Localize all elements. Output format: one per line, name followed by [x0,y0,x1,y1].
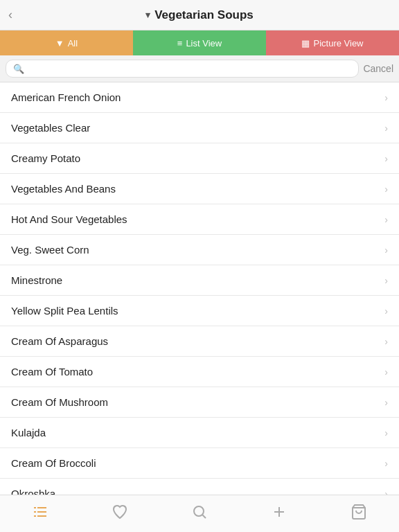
chevron-right-icon: › [384,336,388,347]
list-item[interactable]: Cream Of Mushroom › [0,387,399,418]
list-item[interactable]: Vegetables Clear › [0,113,399,143]
list-item-label: Kulajda [11,427,46,438]
list-item-label: Cream Of Asparagus [11,335,108,347]
list-item[interactable]: Cream Of Broccoli › [0,448,399,479]
list-item[interactable]: American French Onion › [0,82,399,113]
list-item-label: Hot And Sour Vegetables [11,213,127,225]
chevron-right-icon: › [384,366,388,378]
chevron-right-icon: › [384,184,388,195]
chevron-right-icon: › [384,305,388,317]
list-item[interactable]: Cream Of Asparagus › [0,326,399,357]
list-item-label: Vegetables And Beans [11,183,116,195]
tab-search[interactable] [159,495,239,532]
search-tab-icon [191,504,208,524]
segment-all[interactable]: ▼ All [0,30,133,55]
svg-rect-3 [37,511,46,513]
list-item[interactable]: Yellow Split Pea Lentils › [0,296,399,326]
segment-list[interactable]: ≡ List View [133,30,266,55]
list-item-label: Vegetables Clear [11,122,90,134]
list-item[interactable]: Okroshka › [0,479,399,495]
search-input[interactable] [28,63,351,74]
list-item[interactable]: Hot And Sour Vegetables › [0,204,399,235]
svg-rect-4 [34,515,36,517]
search-input-wrap: 🔍 [6,60,359,78]
svg-rect-1 [37,507,46,508]
list-item[interactable]: Vegetables And Beans › [0,174,399,204]
chevron-right-icon: › [384,245,388,256]
filter-icon: ▼ [55,38,64,48]
svg-rect-2 [34,511,36,513]
tab-list[interactable] [0,495,80,532]
back-button[interactable]: ‹ [8,8,12,22]
list-item[interactable]: Kulajda › [0,418,399,448]
svg-line-7 [203,515,206,518]
tab-bar [0,495,399,532]
list-item-label: Creamy Potato [11,152,80,164]
tab-cart[interactable] [319,495,399,532]
cart-icon [351,504,367,524]
segment-all-label: All [68,38,78,48]
chevron-right-icon: › [384,458,388,469]
recipe-list: American French Onion › Vegetables Clear… [0,82,399,495]
list-item-label: Minestrone [11,274,62,286]
segment-picture-label: Picture View [313,38,363,48]
list-item[interactable]: Cream Of Tomato › [0,357,399,387]
picture-icon: ▦ [301,38,310,48]
list-item-label: Okroshka [11,488,55,495]
chevron-right-icon: › [384,123,388,134]
svg-point-6 [194,506,204,516]
list-tab-icon [32,504,48,524]
list-item-label: Cream Of Mushroom [11,396,108,408]
search-bar: 🔍 Cancel [0,55,399,82]
list-item-label: American French Onion [11,91,121,103]
chevron-right-icon: › [384,214,388,225]
tab-favorites[interactable] [80,495,159,532]
svg-rect-0 [34,507,36,508]
page-title: Vegetarian Soups [154,8,254,22]
header: ‹ ▾ Vegetarian Soups [0,0,399,30]
svg-rect-5 [37,515,46,517]
segment-list-label: List View [186,38,222,48]
segment-picture[interactable]: ▦ Picture View [266,30,399,55]
list-item-label: Veg. Sweet Corn [11,244,89,256]
segment-control: ▼ All ≡ List View ▦ Picture View [0,30,399,55]
chevron-right-icon: › [384,427,388,438]
heart-icon [112,504,128,524]
chevron-down-icon: ▾ [145,10,150,20]
list-item-label: Yellow Split Pea Lentils [11,305,118,317]
list-item[interactable]: Minestrone › [0,265,399,296]
list-item-label: Cream Of Broccoli [11,457,96,469]
search-icon: 🔍 [13,64,24,74]
list-item-label: Cream Of Tomato [11,366,93,378]
chevron-right-icon: › [384,397,388,408]
header-title-area[interactable]: ▾ Vegetarian Soups [145,8,254,22]
chevron-right-icon: › [384,153,388,164]
chevron-right-icon: › [384,488,388,495]
cancel-button[interactable]: Cancel [363,63,393,74]
chevron-right-icon: › [384,275,388,286]
plus-icon [271,504,287,524]
list-icon: ≡ [177,38,183,48]
list-item[interactable]: Veg. Sweet Corn › [0,235,399,265]
tab-add[interactable] [240,495,319,532]
list-item[interactable]: Creamy Potato › [0,143,399,174]
chevron-right-icon: › [384,92,388,103]
